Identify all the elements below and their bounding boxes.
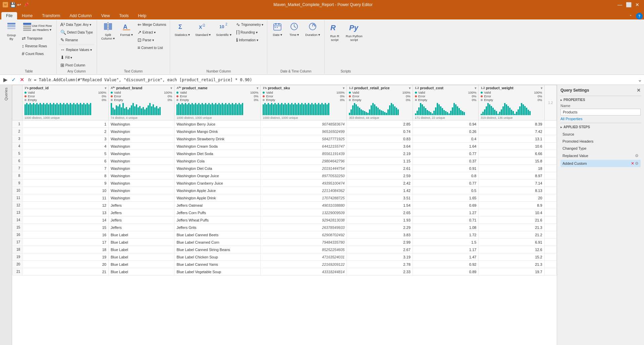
cell-product-brand: Jeffers (109, 209, 174, 216)
help-icon[interactable]: ? (636, 13, 643, 19)
cell-product-name: Blue Label Creamed Corn (174, 239, 261, 246)
rounding-button[interactable]: ⌈⌉Rounding ▾ (234, 29, 265, 36)
formula-input[interactable] (34, 78, 636, 82)
col-filter-product-brand[interactable]: ▾ (170, 86, 172, 90)
col-filter-product-weight[interactable]: ▾ (541, 86, 542, 90)
tab-view[interactable]: View (97, 12, 115, 19)
close-right-panel-button[interactable]: ✕ (637, 88, 641, 93)
cell-extra (544, 224, 556, 231)
fill-button[interactable]: ⬇Fill ▾ (59, 54, 74, 61)
pivot-icon: ⊞ (60, 62, 64, 68)
cell-retail-price: 0.74 (347, 128, 413, 135)
tab-file[interactable]: File (1, 12, 17, 19)
step-item-source[interactable]: Source (560, 131, 641, 138)
maximize-button[interactable]: ⬜ (625, 1, 633, 8)
cell-product-name: Jeffers Oatmeal (174, 202, 261, 209)
reverse-rows-button[interactable]: ↕Reverse Rows (20, 42, 54, 50)
cell-product-id: 10 (22, 187, 109, 194)
table-row: 20 20 Blue Label Blue Label Canned Yams … (12, 261, 557, 268)
save-icon[interactable]: 💾 (10, 2, 16, 7)
step-item-added-custom[interactable]: Added Custom✕⚙ (560, 160, 641, 167)
cell-product-id: 17 (22, 239, 109, 246)
tab-transform[interactable]: Transform (37, 12, 65, 19)
cell-product-sku: 17074288725 (261, 194, 347, 202)
time-button[interactable]: Time ▾ (286, 21, 302, 38)
cell-product-sku: 13229009509 (261, 209, 347, 216)
query-name-input[interactable] (560, 109, 641, 115)
tab-help[interactable]: Help (133, 12, 151, 19)
right-panel-title: Query Settings (560, 88, 589, 93)
cell-product-name: Jeffers Corn Puffs (174, 209, 261, 216)
group-by-button[interactable]: GroupBy (3, 21, 19, 42)
merge-columns-button[interactable]: ⇐Merge Columns (136, 21, 168, 28)
cell-product-name: Blue Label Chicken Soup (174, 253, 261, 261)
svg-rect-21 (275, 27, 276, 28)
duration-button[interactable]: Duration ▾ (303, 21, 322, 38)
detect-data-type-button[interactable]: 🔍Detect Data Type (59, 29, 95, 36)
use-first-row-button[interactable]: Use First Rowas Headers ▾ (20, 21, 54, 35)
run-r-button[interactable]: R Run Rscript (327, 21, 343, 43)
expand-formula-button[interactable]: ⌄ (638, 77, 642, 83)
col-filter-product-id[interactable]: ▾ (105, 86, 106, 90)
count-rows-button[interactable]: #Count Rows (20, 50, 54, 57)
tab-add-column[interactable]: Add Column (65, 12, 97, 19)
nav-left-button[interactable]: ▶ (2, 76, 9, 84)
col-filter-retail-price[interactable]: ▾ (409, 86, 411, 90)
cancel-formula-button[interactable]: ✕ (18, 76, 25, 84)
use-first-row-icon (22, 22, 32, 33)
cell-product-name: Washington Apple Drink (174, 194, 261, 202)
step-gear-added-custom[interactable]: ⚙ (635, 161, 639, 166)
step-item-changed-type[interactable]: Changed Type (560, 145, 641, 152)
row-number: 9 (12, 180, 22, 187)
run-python-button[interactable]: Py Run Pythonscript (343, 21, 365, 43)
cell-retail-price: 3.51 (347, 194, 413, 202)
collapse-ribbon[interactable]: ⌃ (627, 13, 635, 19)
all-properties-link[interactable]: All Properties (560, 117, 641, 121)
statistics-button[interactable]: Σ Statistics ▾ (172, 21, 192, 38)
scientific-button[interactable]: 10 2 Scientific ▾ (214, 21, 234, 38)
col-header-retail-price: 1.2 product_retail_price ▾ Valid100% Err… (347, 85, 413, 120)
cell-product-cost: 1.47 (413, 253, 478, 261)
cell-extra (544, 209, 556, 216)
step-item-promoted-headers[interactable]: Promoted Headers (560, 138, 641, 145)
bar-chart-product-name (176, 102, 258, 116)
standard-button[interactable]: X Ω Standard ▾ (193, 21, 213, 38)
data-type-button[interactable]: A¹Data Type: Any ▾ (59, 21, 93, 28)
cell-extra (544, 231, 556, 239)
date-button[interactable]: Date ▾ (269, 21, 285, 38)
col-filter-product-cost[interactable]: ▾ (475, 86, 476, 90)
cell-product-name: Washington Apple Juice (174, 187, 261, 194)
step-delete-added-custom[interactable]: ✕ (631, 161, 634, 166)
step-gear-replaced-value[interactable]: ⚙ (635, 153, 639, 158)
tab-tools[interactable]: Tools (114, 12, 133, 19)
close-button[interactable]: ✕ (633, 1, 641, 8)
col-filter-product-name[interactable]: ▾ (257, 86, 258, 90)
cell-product-cost: 0.71 (413, 216, 478, 224)
step-item-replaced-value[interactable]: Replaced Value⚙ (560, 152, 641, 159)
extract-button[interactable]: ↗Extract ▾ (136, 29, 168, 36)
trigonometry-button[interactable]: ∿Trigonometry ▾ (234, 21, 265, 28)
profile-stats-product-id: Valid100% Error0% Empty0% (24, 90, 106, 102)
undo-icon[interactable]: ↩ (17, 2, 21, 7)
grid-scroll[interactable]: 1²₃ product_id ▾ Valid100% Error0% Empt (12, 85, 557, 345)
format-button[interactable]: A Format ▾ (118, 21, 135, 38)
svg-rect-6 (23, 30, 31, 31)
svg-rect-7 (104, 23, 107, 30)
check-button[interactable]: ✓ (10, 76, 17, 84)
minimize-button[interactable]: — (616, 1, 624, 8)
table-row: 10 10 Washington Washington Apple Juice … (12, 187, 557, 194)
tab-home[interactable]: Home (17, 12, 37, 19)
pivot-column-button[interactable]: ⊞Pivot Column (59, 61, 87, 69)
cell-product-weight: 21.2 (479, 231, 544, 239)
table-row: 12 12 Jeffers Jeffers Oatmeal 4903103888… (12, 202, 557, 209)
information-button[interactable]: ℹInformation ▾ (234, 36, 265, 44)
convert-to-list-button[interactable]: ≡Convert to List (136, 44, 168, 51)
rename-button[interactable]: ✎Rename (59, 36, 80, 44)
parse-button[interactable]: ⊡Parse ▾ (136, 36, 168, 44)
svg-text:2: 2 (225, 22, 227, 26)
col-filter-product-sku[interactable]: ▾ (343, 86, 344, 90)
transpose-button[interactable]: ⇄Transpose (20, 35, 54, 42)
replace-values-button[interactable]: ↔Replace Values ▾ (59, 46, 94, 53)
split-column-button[interactable]: SplitColumn ▾ (99, 21, 117, 42)
svg-rect-2 (7, 28, 15, 29)
